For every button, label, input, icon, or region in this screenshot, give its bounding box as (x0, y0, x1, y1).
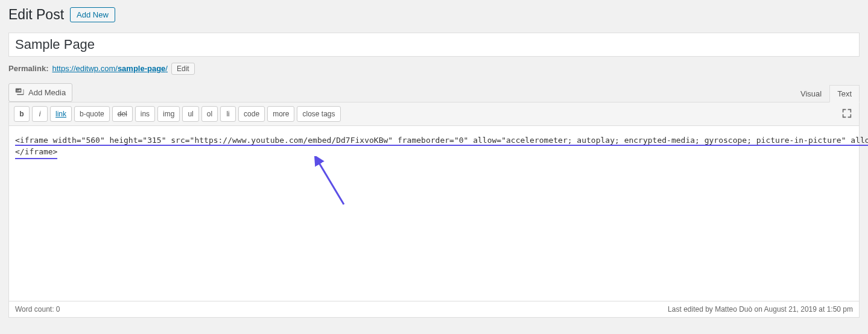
qt-bquote-button[interactable]: b-quote (74, 106, 110, 122)
code-line-1: <iframe width="560" height="315" src="ht… (15, 136, 868, 146)
editor-footer: Word count: 0 Last edited by Matteo Duò … (8, 301, 860, 318)
code-line-2: </iframe> (15, 146, 853, 159)
svg-line-1 (318, 161, 344, 204)
qt-italic-button[interactable]: i (32, 106, 48, 122)
add-media-label: Add Media (28, 88, 66, 97)
qt-ol-button[interactable]: ol (201, 106, 218, 122)
permalink-trailing: / (165, 64, 168, 73)
qt-bold-button[interactable]: b (14, 106, 30, 122)
qt-ul-button[interactable]: ul (182, 106, 198, 122)
add-new-button[interactable]: Add New (70, 7, 115, 22)
fullscreen-button[interactable] (840, 106, 854, 122)
qt-close-button[interactable]: close tags (297, 106, 340, 122)
qt-li-button[interactable]: li (220, 106, 236, 122)
qt-del-button[interactable]: del (112, 106, 133, 122)
add-media-button[interactable]: Add Media (8, 83, 72, 102)
post-title-input[interactable] (8, 33, 860, 57)
qt-more-button[interactable]: more (267, 106, 294, 122)
permalink-base: https://editwp.com/ (52, 64, 117, 73)
permalink-row: Permalink: https://editwp.com/sample-pag… (8, 63, 860, 75)
word-count: Word count: 0 (15, 305, 60, 314)
page-title: Edit Post (8, 6, 64, 24)
content-textarea[interactable]: <iframe width="560" height="315" src="ht… (9, 126, 859, 301)
media-icon (15, 87, 25, 98)
qt-ins-button[interactable]: ins (135, 106, 155, 122)
qt-link-button[interactable]: link (50, 106, 72, 122)
fullscreen-icon (842, 109, 852, 118)
permalink-link[interactable]: https://editwp.com/sample-page/ (52, 64, 168, 73)
tab-text[interactable]: Text (829, 85, 860, 102)
permalink-label: Permalink: (8, 64, 48, 73)
editor-container: b i link b-quote del ins img ul ol li co… (8, 102, 860, 301)
qt-code-button[interactable]: code (238, 106, 265, 122)
quicktags-toolbar: b i link b-quote del ins img ul ol li co… (9, 102, 859, 126)
qt-img-button[interactable]: img (157, 106, 180, 122)
permalink-slug: sample-page (118, 64, 165, 73)
last-edited: Last edited by Matteo Duò on August 21, … (668, 305, 853, 314)
editor-tabs: Visual Text (793, 85, 860, 102)
edit-permalink-button[interactable]: Edit (171, 63, 195, 75)
tab-visual[interactable]: Visual (793, 85, 829, 102)
annotation-arrow-icon (311, 156, 359, 210)
